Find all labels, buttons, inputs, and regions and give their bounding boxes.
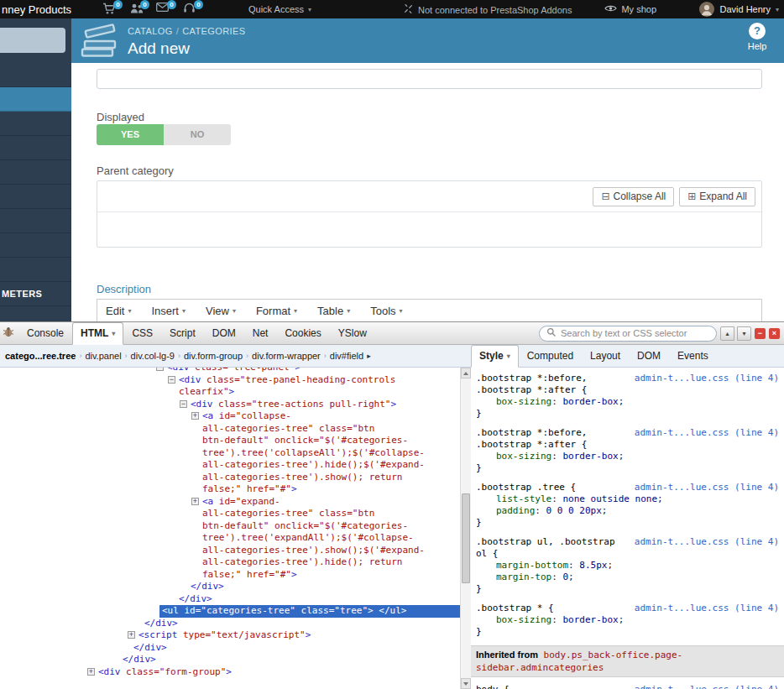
shop-name-link[interactable]: nney Products: [2, 3, 71, 16]
html-code-line[interactable]: −<div class="tree-panel-heading-controls: [0, 374, 460, 387]
css-selector[interactable]: .bootstrap *:after {: [476, 384, 587, 396]
firebug-tab-console[interactable]: Console: [18, 322, 72, 344]
style-tab-computed[interactable]: Computed: [519, 345, 582, 367]
support-notification[interactable]: 0: [183, 3, 197, 16]
html-code-line[interactable]: tree').tree('expandAll');$('#collapse-: [0, 532, 460, 545]
breadcrumb-categories[interactable]: CATEGORIES: [182, 26, 245, 36]
collapse-node-icon[interactable]: −: [168, 376, 175, 384]
collapse-node-icon[interactable]: −: [180, 400, 187, 408]
help-button[interactable]: ? Help: [739, 23, 776, 51]
firebug-search-input[interactable]: [561, 328, 709, 338]
html-code-line[interactable]: </div>: [0, 618, 460, 630]
css-file-link[interactable]: admin-t...lue.css (line 4): [635, 482, 779, 493]
style-tab-events[interactable]: Events: [669, 345, 717, 367]
sidebar-item-4[interactable]: [0, 160, 71, 185]
html-code-line[interactable]: btn-default" onclick="$('#categories-: [0, 435, 460, 447]
displayed-no-button[interactable]: NO: [164, 124, 231, 145]
html-code-line[interactable]: </div>: [0, 654, 460, 666]
html-code-line[interactable]: +<a id="expand-: [0, 496, 460, 509]
style-tab-style[interactable]: Style▾: [471, 345, 519, 368]
scroll-down-button[interactable]: [461, 678, 471, 689]
style-tab-dom[interactable]: DOM: [629, 345, 669, 367]
html-code-line[interactable]: all-categories-tree').show();$('#expand-: [0, 545, 460, 557]
editor-menu-table[interactable]: Table▾: [317, 305, 350, 317]
path-crumb-2[interactable]: div.col-lg-9: [128, 349, 177, 363]
my-shop-link[interactable]: My shop: [604, 4, 656, 14]
sidebar-item-2[interactable]: [0, 112, 71, 136]
sidebar-item-10[interactable]: [0, 306, 71, 321]
html-code-line[interactable]: </div>: [0, 642, 460, 655]
sidebar-item-9[interactable]: METERS: [0, 282, 71, 306]
sidebar-item-6[interactable]: [0, 209, 71, 233]
quick-access-menu[interactable]: Quick Access ▾: [248, 4, 311, 14]
sidebar-item-3[interactable]: [0, 136, 71, 160]
css-selector[interactable]: .bootstrap * {: [476, 603, 554, 614]
html-code-line[interactable]: clearfix">: [0, 386, 460, 399]
html-code-line[interactable]: −<div class="tree-actions pull-right">: [0, 399, 460, 411]
editor-menu-insert[interactable]: Insert▾: [151, 305, 186, 317]
css-file-link[interactable]: admin-t...lue.css (line 4): [635, 536, 779, 560]
sidebar-item-1[interactable]: [0, 87, 71, 112]
editor-menu-edit[interactable]: Edit▾: [106, 305, 131, 317]
path-more-icon[interactable]: ▸: [367, 352, 371, 360]
addons-connection-status[interactable]: Not connected to PrestaShop Addons: [403, 3, 572, 16]
css-selector[interactable]: body {: [476, 684, 510, 689]
html-code-line[interactable]: all-categories-tree" class="btn: [0, 508, 460, 520]
css-property[interactable]: margin-bottom: 8.5px;: [471, 560, 784, 572]
expand-node-icon[interactable]: +: [191, 498, 199, 505]
css-file-link[interactable]: admin-t...lue.css (line 4): [635, 684, 779, 689]
firebug-tab-script[interactable]: Script: [161, 322, 204, 344]
collapse-all-button[interactable]: ⊟ Collapse All: [593, 187, 674, 206]
firebug-tab-yslow[interactable]: YSlow: [330, 322, 375, 344]
user-menu[interactable]: David Henry ▾: [699, 2, 779, 17]
sidebar-search-input[interactable]: [0, 28, 65, 53]
orders-notification[interactable]: 0: [102, 3, 117, 16]
scroll-up-button[interactable]: [461, 368, 471, 378]
firebug-tab-dom[interactable]: DOM: [204, 322, 244, 344]
expand-node-icon[interactable]: +: [87, 668, 95, 676]
html-code-line[interactable]: all-categories-tree').show(); return: [0, 472, 460, 484]
breadcrumb-catalog[interactable]: CATALOG: [128, 26, 173, 36]
html-code-line[interactable]: btn-default" onclick="$('#categories-: [0, 520, 460, 533]
css-property[interactable]: margin-top: 0;: [471, 572, 784, 583]
search-next-button[interactable]: ▾: [737, 326, 751, 341]
html-code-line[interactable]: </div>: [0, 581, 460, 593]
category-name-input[interactable]: [97, 69, 762, 89]
expand-all-button[interactable]: ⊞ Expand All: [679, 187, 755, 206]
css-selector[interactable]: .bootstrap *:before,: [476, 373, 587, 384]
html-code-line[interactable]: false;" href="#">: [0, 483, 460, 496]
html-code-line[interactable]: +<div class="form-group">: [0, 666, 460, 679]
displayed-yes-button[interactable]: YES: [97, 124, 164, 145]
sidebar-item-5[interactable]: [0, 185, 71, 209]
css-file-link[interactable]: admin-t...lue.css (line 4): [635, 603, 779, 614]
messages-notification[interactable]: 0: [156, 3, 170, 16]
html-code-line[interactable]: </div>: [0, 593, 460, 606]
sidebar-item-7[interactable]: [0, 233, 71, 258]
firebug-deactivate-button[interactable]: −: [755, 328, 766, 339]
scrollbar-thumb[interactable]: [462, 493, 470, 583]
css-property[interactable]: box-sizing: border-box;: [471, 451, 784, 462]
expand-node-icon[interactable]: +: [191, 412, 199, 420]
css-file-link[interactable]: admin-t...lue.css (line 4): [635, 427, 779, 439]
editor-menu-view[interactable]: View▾: [206, 305, 236, 317]
html-code-line[interactable]: tree').tree('collapseAll');$('#collapse-: [0, 447, 460, 460]
firebug-menu-icon[interactable]: [3, 326, 14, 341]
html-code-line[interactable]: all-categories-tree" class="btn: [0, 423, 460, 436]
html-code-line[interactable]: false;" href="#">: [0, 569, 460, 582]
path-crumb-3[interactable]: div.form-group: [181, 349, 245, 363]
sidebar-item-0[interactable]: [0, 63, 71, 87]
css-property[interactable]: box-sizing: border-box;: [471, 614, 784, 626]
editor-menu-format[interactable]: Format▾: [256, 305, 297, 317]
path-crumb-1[interactable]: div.panel: [82, 349, 123, 363]
html-code-line[interactable]: all-categories-tree').hide(); return: [0, 556, 460, 569]
html-code-line[interactable]: all-categories-tree').hide();$('#expand-: [0, 459, 460, 472]
firebug-tab-net[interactable]: Net: [244, 322, 277, 344]
firebug-tab-cookies[interactable]: Cookies: [276, 322, 329, 344]
css-selector[interactable]: .bootstrap *:before,: [476, 427, 587, 439]
firebug-tab-html[interactable]: HTML▾: [72, 322, 123, 345]
style-tab-layout[interactable]: Layout: [582, 345, 629, 367]
css-selector[interactable]: .bootstrap *:after {: [476, 439, 587, 451]
customers-notification[interactable]: 0: [129, 3, 144, 16]
css-selector[interactable]: .bootstrap .tree {: [476, 482, 576, 493]
search-previous-button[interactable]: ▴: [720, 326, 734, 341]
